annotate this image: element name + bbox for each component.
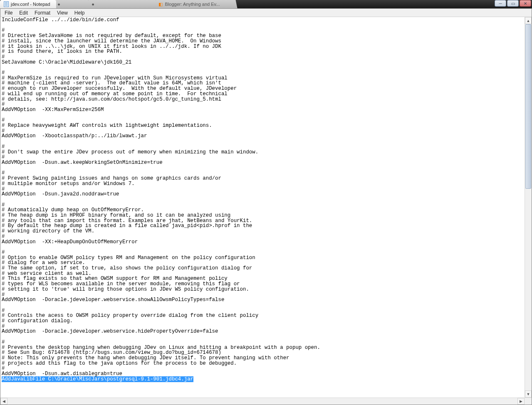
tab-label: jdev.conf - Notepad (11, 2, 50, 7)
menu-view[interactable]: View (54, 9, 71, 17)
generic-icon: ● (56, 1, 62, 7)
close-button[interactable]: ✕ (520, 0, 531, 7)
maximize-button[interactable]: ▭ (507, 0, 519, 7)
vertical-scrollbar[interactable]: ▲ ▼ (525, 17, 532, 398)
tab-2[interactable]: ● (53, 0, 90, 8)
scroll-down-icon[interactable]: ▼ (525, 390, 532, 398)
notepad-window: File Edit Format View Help IncludeConfFi… (0, 8, 532, 405)
menu-file[interactable]: File (1, 9, 16, 17)
blogger-icon: ◧ (158, 1, 163, 7)
scroll-thumb[interactable] (525, 24, 531, 189)
window-controls: ─ ▭ ✕ (495, 0, 531, 7)
h-scroll-track[interactable] (7, 398, 517, 405)
selected-text: AddJavaLibFile C:\Oracle\MiscJars\postgr… (2, 376, 193, 382)
scroll-corner (525, 398, 532, 405)
tab-blogger[interactable]: ◧ Blogger: Anything and Ev... (154, 0, 238, 8)
menu-format[interactable]: Format (31, 9, 54, 17)
menu-edit[interactable]: Edit (16, 9, 31, 17)
horizontal-scrollbar[interactable]: ◀ ▶ (0, 398, 532, 405)
tab-label: Blogger: Anything and Ev... (165, 2, 220, 7)
browser-tab-strip: jdev.conf - Notepad ● ● ◧ Blogger: Anyth… (0, 0, 532, 8)
tab-notepad[interactable]: jdev.conf - Notepad (0, 0, 56, 8)
menubar: File Edit Format View Help (0, 9, 532, 17)
minimize-button[interactable]: ─ (495, 0, 506, 7)
scroll-right-icon[interactable]: ▶ (517, 398, 525, 405)
scroll-up-icon[interactable]: ▲ (525, 17, 532, 24)
scroll-track[interactable] (525, 24, 532, 390)
editor-area: IncludeConfFile ../../ide/bin/ide.conf #… (0, 17, 532, 398)
tab-3[interactable]: ● (87, 0, 158, 8)
scroll-left-icon[interactable]: ◀ (0, 398, 7, 405)
notepad-icon (3, 1, 9, 7)
menu-help[interactable]: Help (71, 9, 88, 17)
generic-icon: ● (90, 1, 96, 7)
text-editor[interactable]: IncludeConfFile ../../ide/bin/ide.conf #… (0, 17, 525, 398)
